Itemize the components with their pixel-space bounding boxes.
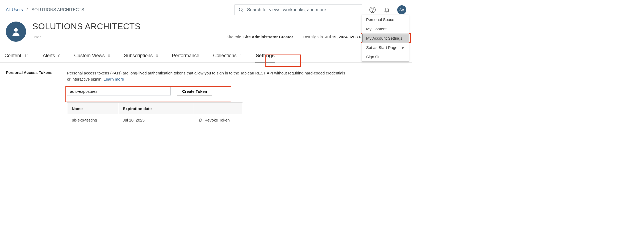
user-avatar-button[interactable]: SA	[397, 5, 406, 14]
token-table: Name Expiration date pb-exp-testing Jul …	[67, 102, 242, 126]
menu-item-label: Sign Out	[366, 55, 382, 59]
search-icon	[239, 7, 244, 12]
tab-count: 0	[108, 53, 110, 58]
col-expiration: Expiration date	[119, 103, 194, 114]
pat-section-body: Personal access tokens (PATs) are long-l…	[67, 70, 349, 126]
token-controls: Create Token	[67, 87, 349, 95]
site-role-value: Site Administrator Creator	[243, 35, 293, 39]
tab-alerts[interactable]: Alerts 0	[42, 51, 61, 62]
notifications-button[interactable]	[383, 6, 391, 14]
breadcrumb: All Users / SOLUTIONS ARCHITECTS	[6, 7, 84, 12]
menu-item-set-start-page[interactable]: Set as Start Page ▶	[362, 43, 409, 52]
pat-section: Personal Access Tokens Personal access t…	[0, 63, 412, 134]
help-button[interactable]	[369, 6, 377, 14]
tab-label: Custom Views	[74, 53, 105, 58]
breadcrumb-current: SOLUTIONS ARCHITECTS	[31, 7, 84, 12]
site-role: Site role Site Administrator Creator	[227, 35, 293, 39]
menu-item-label: Personal Space	[366, 17, 394, 22]
create-token-button[interactable]: Create Token	[177, 87, 212, 95]
menu-item-label: My Content	[366, 27, 387, 31]
header-main: SOLUTIONS ARCHITECTS User Site role Site…	[32, 22, 406, 39]
trash-icon	[198, 118, 202, 122]
tab-count: 0	[156, 53, 158, 58]
menu-item-my-content[interactable]: My Content	[362, 24, 409, 34]
user-menu: Personal Space My Content My Account Set…	[362, 15, 409, 62]
revoke-token-button[interactable]: Revoke Token	[198, 118, 238, 122]
table-header-row: Name Expiration date	[68, 103, 242, 114]
token-name-cell: pb-exp-testing	[68, 115, 118, 125]
col-actions	[194, 103, 242, 114]
tab-count: 11	[24, 53, 29, 58]
learn-more-link[interactable]: Learn more	[104, 77, 124, 81]
tab-label: Collections	[213, 53, 237, 58]
breadcrumb-root-link[interactable]: All Users	[6, 7, 23, 12]
tabs: Content 11 Alerts 0 Custom Views 0 Subsc…	[0, 46, 412, 63]
table-row: pb-exp-testing Jul 10, 2025 Revoke Token	[68, 115, 242, 125]
page-header: SOLUTIONS ARCHITECTS User Site role Site…	[0, 18, 412, 42]
person-icon	[11, 26, 21, 37]
breadcrumb-separator: /	[27, 7, 28, 12]
tab-subscriptions[interactable]: Subscriptions 0	[123, 51, 158, 62]
help-icon	[369, 6, 376, 13]
tab-label: Performance	[172, 53, 199, 58]
tab-performance[interactable]: Performance	[172, 51, 200, 62]
col-name: Name	[68, 103, 118, 114]
tab-label: Subscriptions	[124, 53, 153, 58]
last-signin-value: Jul 19, 2024, 6:03 PM	[325, 35, 365, 39]
search-box[interactable]	[235, 5, 362, 15]
menu-item-label: Set as Start Page	[366, 45, 398, 50]
menu-item-label: My Account Settings	[366, 36, 402, 40]
pat-description: Personal access tokens (PATs) are long-l…	[67, 70, 349, 82]
svg-point-3	[372, 11, 373, 11]
site-role-label: Site role	[227, 35, 241, 39]
last-signin-label: Last sign in	[303, 35, 323, 39]
top-row: All Users / SOLUTIONS ARCHITECTS SA	[0, 0, 412, 18]
user-role: User	[32, 35, 41, 39]
search-input[interactable]	[247, 7, 358, 12]
tab-count: 1	[240, 53, 242, 58]
menu-item-sign-out[interactable]: Sign Out	[362, 52, 409, 61]
tab-content[interactable]: Content 11	[4, 51, 30, 62]
token-exp-cell: Jul 10, 2025	[119, 115, 194, 125]
app-container: All Users / SOLUTIONS ARCHITECTS SA SOLU…	[0, 0, 412, 134]
tab-count: 0	[58, 53, 60, 58]
user-avatar-large	[6, 22, 26, 42]
menu-item-personal-space[interactable]: Personal Space	[362, 15, 409, 24]
svg-point-0	[239, 8, 242, 11]
tab-label: Content	[5, 53, 21, 58]
tab-label: Settings	[256, 53, 275, 58]
top-right-controls: SA	[235, 5, 406, 15]
revoke-label: Revoke Token	[204, 118, 230, 122]
tab-custom-views[interactable]: Custom Views 0	[74, 51, 111, 62]
tab-settings[interactable]: Settings	[255, 51, 275, 62]
bell-icon	[384, 7, 390, 13]
last-sign-in: Last sign in Jul 19, 2024, 6:03 PM	[303, 35, 365, 39]
token-name-input[interactable]	[67, 87, 171, 95]
chevron-right-icon: ▶	[402, 46, 404, 49]
header-sub: User Site role Site Administrator Creato…	[32, 35, 406, 39]
svg-point-4	[14, 28, 18, 32]
page-title: SOLUTIONS ARCHITECTS	[32, 22, 406, 31]
svg-line-1	[242, 11, 243, 12]
tab-collections[interactable]: Collections 1	[213, 51, 242, 62]
pat-section-label: Personal Access Tokens	[6, 70, 56, 126]
menu-item-my-account-settings[interactable]: My Account Settings	[362, 34, 409, 43]
tab-label: Alerts	[43, 53, 55, 58]
